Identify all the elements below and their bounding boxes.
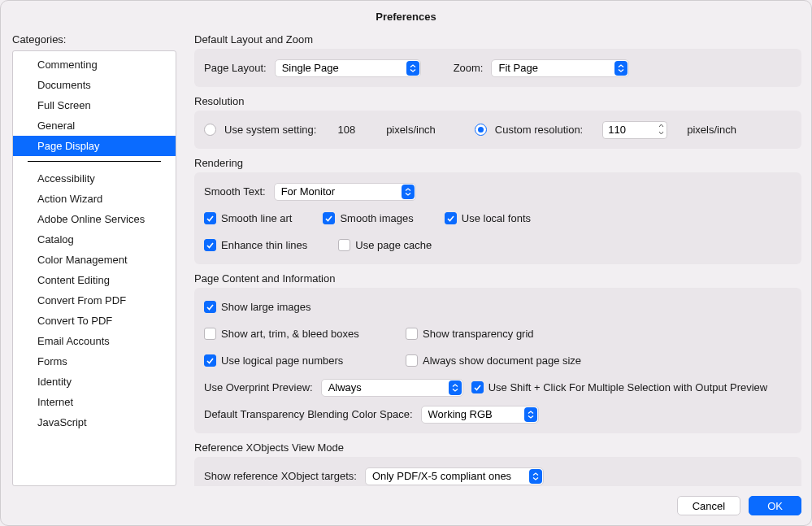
chevrons-icon [529,469,542,484]
sidebar-item-accessibility[interactable]: Accessibility [13,168,176,189]
zoom-label: Zoom: [454,62,484,74]
enhance-thin-lines-checkbox[interactable] [204,239,216,251]
use-system-setting-radio[interactable] [204,124,216,136]
blend-label: Default Transparency Blending Color Spac… [204,408,413,420]
zoom-select[interactable] [491,59,629,77]
sidebar-item-internet[interactable]: Internet [13,392,176,412]
section-title-page-content: Page Content and Information [194,272,801,285]
panel-layout: Page Layout: Zoom: [194,49,801,87]
smooth-images-checkbox[interactable] [323,212,335,224]
sidebar-item-page-display[interactable]: Page Display [13,136,176,156]
use-page-cache-checkbox[interactable] [338,239,350,251]
blend-select[interactable] [421,406,539,424]
page-layout-value[interactable] [275,59,421,77]
sidebar-item-commenting[interactable]: Commenting [13,54,176,75]
body: Categories: Commenting Documents Full Sc… [1,32,811,486]
overprint-select[interactable] [321,379,463,397]
smooth-line-art-checkbox[interactable] [204,212,216,224]
sidebar-item-action-wizard[interactable]: Action Wizard [13,189,176,209]
system-resolution-value: 108 [337,124,355,136]
show-art-boxes-checkbox[interactable] [204,328,216,340]
show-targets-value[interactable] [365,467,544,485]
show-large-images-checkbox[interactable] [204,301,216,313]
use-logical-page-numbers-checkbox[interactable] [204,354,216,367]
smooth-text-label: Smooth Text: [204,185,266,198]
use-shift-click-checkbox[interactable] [471,381,484,393]
blend-value[interactable] [421,406,539,424]
sidebar-item-javascript[interactable]: JavaScript [13,412,176,433]
scroll-area: Default Layout and Zoom Page Layout: Zoo… [194,32,801,486]
sidebar-item-catalog[interactable]: Catalog [13,229,176,250]
ok-button[interactable]: OK [749,496,801,515]
pixels-inch-text-2: pixels/inch [687,124,736,136]
page-layout-select[interactable] [275,59,421,77]
show-art-boxes-label: Show art, trim, & bleed boxes [221,328,359,340]
chevrons-icon [406,61,419,76]
stepper-buttons[interactable] [657,122,665,137]
preferences-window: Preferences Categories: Commenting Docum… [0,0,812,526]
custom-resolution-label: Custom resolution: [495,124,583,136]
custom-resolution-radio[interactable] [475,124,487,136]
use-page-cache-label: Use page cache [355,239,432,251]
panel-page-content: Show large images Show art, trim, & blee… [194,288,801,433]
sidebar-item-forms[interactable]: Forms [13,351,176,372]
use-shift-click-label: Use Shift + Click For Multiple Selection… [489,381,768,393]
sidebar-item-documents[interactable]: Documents [13,75,176,95]
sidebar-item-color-management[interactable]: Color Management [13,250,176,270]
use-local-fonts-label: Use local fonts [462,212,531,224]
show-transparency-grid-label: Show transparency grid [423,328,534,340]
sidebar-item-general[interactable]: General [13,115,176,136]
sidebar-item-full-screen[interactable]: Full Screen [13,95,176,115]
use-local-fonts-checkbox[interactable] [445,212,457,224]
sidebar-item-convert-to-pdf[interactable]: Convert To PDF [13,311,176,331]
overprint-value[interactable] [321,379,463,397]
custom-resolution-stepper[interactable] [602,121,667,139]
window-title: Preferences [1,1,811,32]
pixels-inch-text-1: pixels/inch [386,124,436,136]
use-system-setting-label: Use system setting: [224,124,316,136]
always-show-page-size-label: Always show document page size [423,354,581,367]
section-title-xobjects: Reference XObjects View Mode [194,441,801,454]
chevrons-icon [449,380,462,395]
zoom-value[interactable] [491,59,629,77]
categories-list[interactable]: Commenting Documents Full Screen General… [12,50,176,486]
panel-xobjects: Show reference XObject targets: Location… [194,457,801,486]
content-pane: Default Layout and Zoom Page Layout: Zoo… [183,32,801,486]
sidebar-item-content-editing[interactable]: Content Editing [13,270,176,290]
use-logical-page-numbers-label: Use logical page numbers [221,354,343,367]
show-targets-label: Show reference XObject targets: [204,470,357,482]
show-targets-select[interactable] [365,467,544,485]
chevrons-icon [614,61,627,76]
panel-resolution: Use system setting: 108 pixels/inch Cust… [194,111,801,149]
cancel-button[interactable]: Cancel [677,496,740,515]
sidebar-item-adobe-online-services[interactable]: Adobe Online Services [13,209,176,229]
always-show-page-size-checkbox[interactable] [406,354,418,367]
page-layout-label: Page Layout: [204,62,267,74]
section-title-rendering: Rendering [194,157,801,169]
sidebar-item-convert-from-pdf[interactable]: Convert From PDF [13,290,176,311]
categories-label: Categories: [12,33,176,46]
section-title-layout: Default Layout and Zoom [194,33,801,46]
show-transparency-grid-checkbox[interactable] [406,328,418,340]
show-large-images-label: Show large images [221,301,311,313]
smooth-line-art-label: Smooth line art [221,212,292,224]
enhance-thin-lines-label: Enhance thin lines [221,239,307,251]
chevrons-icon [524,407,537,422]
sidebar-item-identity[interactable]: Identity [13,372,176,392]
panel-rendering: Smooth Text: Smooth line art Smooth imag… [194,172,801,264]
footer: Cancel OK [1,486,811,525]
sidebar: Categories: Commenting Documents Full Sc… [12,32,183,486]
window-title-text: Preferences [376,11,436,23]
stepper-down-icon[interactable] [657,129,665,137]
stepper-up-icon[interactable] [657,122,665,129]
overprint-label: Use Overprint Preview: [204,381,313,393]
chevrons-icon [402,185,415,199]
smooth-text-value[interactable] [274,183,416,201]
sidebar-item-email-accounts[interactable]: Email Accounts [13,331,176,351]
sidebar-separator [28,161,161,162]
section-title-resolution: Resolution [194,95,801,107]
smooth-images-label: Smooth images [340,212,413,224]
smooth-text-select[interactable] [274,183,416,201]
